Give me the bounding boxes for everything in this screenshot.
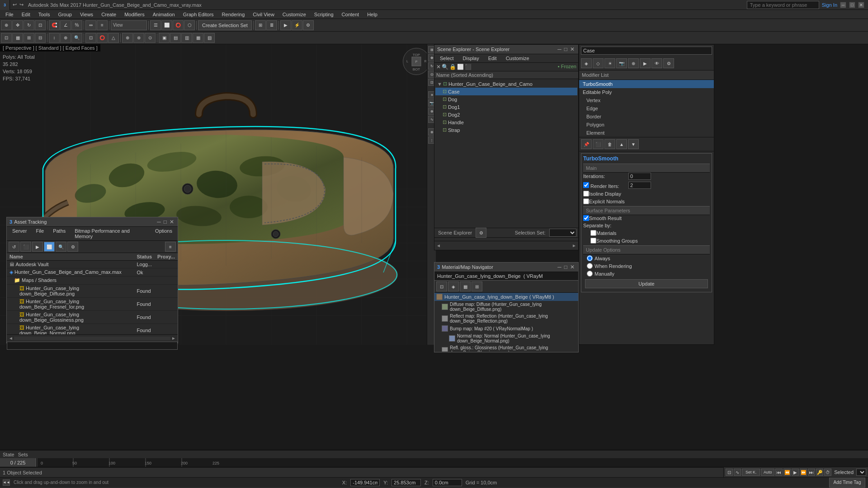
tb2-filter5[interactable]: ▧ xyxy=(204,33,215,43)
se-root-item[interactable]: ▼ ⊡ Hunter_Gun_Case_Beige_and_Camo xyxy=(435,80,577,88)
modifier-element[interactable]: Element xyxy=(579,129,714,137)
at-menu-paths[interactable]: Paths xyxy=(49,228,69,239)
se-selection-set-dropdown[interactable] xyxy=(549,229,576,237)
se-tb-btn4[interactable]: ⬜ xyxy=(457,64,464,70)
maximize-btn[interactable]: □ xyxy=(849,2,855,8)
mod-copy-btn[interactable]: ⬛ xyxy=(593,139,604,149)
play-btn[interactable]: ▶ xyxy=(792,469,799,476)
at-active-btn[interactable]: ⬜ xyxy=(44,242,55,252)
mp-btn4[interactable]: ⊞ xyxy=(472,282,482,291)
tb2-btn8[interactable]: ⊡ xyxy=(85,33,96,43)
modifier-edge[interactable]: Edge xyxy=(579,104,714,113)
tb2-filter3[interactable]: ▥ xyxy=(181,33,192,43)
tb2-btn6[interactable]: ⊕ xyxy=(60,33,71,43)
menu-file[interactable]: File xyxy=(2,10,17,19)
table-row[interactable]: 🖼 Hunter_Gun_case_lying down_Beige_Gloss… xyxy=(7,311,178,324)
z-coord-input[interactable] xyxy=(433,479,462,486)
scale-tool[interactable]: ⊡ xyxy=(35,20,46,30)
se-tb-btn5[interactable]: ⬛ xyxy=(465,64,472,70)
mod-create-helper-btn[interactable]: ⊕ xyxy=(628,58,639,68)
tb2-btn3[interactable]: ⊞ xyxy=(24,33,34,43)
at-close-btn[interactable]: ✕ xyxy=(169,219,175,225)
table-row[interactable]: 🖼 Hunter_Gun_case_lying down_Beige_Diffu… xyxy=(7,285,178,298)
material-item-gloss[interactable]: Refl. gloss.: Glossiness (Hunter_Gun_cas… xyxy=(434,344,578,352)
menu-animation[interactable]: Animation xyxy=(149,10,179,19)
se-tb-btn2[interactable]: 🔍 xyxy=(442,64,448,70)
ts-when-rendering-radio[interactable] xyxy=(587,263,593,269)
ribbon-toggle[interactable]: ≣ xyxy=(266,20,277,30)
mp-min-btn[interactable]: ─ xyxy=(557,264,562,270)
tb2-snap2[interactable]: ⊗ xyxy=(133,33,144,43)
tb2-snap1[interactable]: ⊕ xyxy=(122,33,133,43)
at-search-btn[interactable]: 🔍 xyxy=(56,242,66,252)
menu-views[interactable]: Views xyxy=(76,10,97,19)
at-horizontal-scrollbar[interactable] xyxy=(14,337,170,340)
render-settings[interactable]: ⚙ xyxy=(303,20,314,30)
timeline-track[interactable]: 0 50 100 150 200 225 xyxy=(37,458,868,467)
render-frame[interactable]: ▶ xyxy=(280,20,291,30)
set-keys-btn[interactable]: Set K. xyxy=(742,469,760,476)
sets-label[interactable]: Sets xyxy=(18,452,28,457)
x-coord-input[interactable] xyxy=(350,479,380,486)
se-pin-btn[interactable]: ─ xyxy=(557,46,562,52)
modifier-vertex[interactable]: Vertex xyxy=(579,96,714,104)
tb2-btn1[interactable]: ⊡ xyxy=(1,33,12,43)
selected-dropdown[interactable] xyxy=(856,469,866,476)
table-row[interactable]: 📁 Maps / Shaders xyxy=(7,277,178,285)
menu-modifiers[interactable]: Modifiers xyxy=(121,10,148,19)
mod-motion-btn[interactable]: ▶ xyxy=(640,58,651,68)
ts-manually-radio[interactable] xyxy=(587,271,593,277)
at-more-btn[interactable]: ≡ xyxy=(165,242,176,252)
align-btn[interactable]: ≡ xyxy=(97,20,108,30)
menu-scripting[interactable]: Scripting xyxy=(311,10,337,19)
material-item-diffuse[interactable]: Diffuse map: Diffuse (Hunter_Gun_case_ly… xyxy=(434,301,578,313)
go-start-btn[interactable]: ⏮ xyxy=(775,469,783,476)
modifier-polygon[interactable]: Polygon xyxy=(579,121,714,129)
material-item-bump[interactable]: Bump map: Map #20 ( VRayNormalMap ) xyxy=(434,324,578,333)
at-refresh-btn[interactable]: ↺ xyxy=(9,242,19,252)
menu-help[interactable]: Help xyxy=(363,10,381,19)
quick-render[interactable]: ⚡ xyxy=(292,20,302,30)
move-tool[interactable]: ✥ xyxy=(12,20,23,30)
modifier-border[interactable]: Border xyxy=(579,113,714,121)
modifier-turbosmooth[interactable]: TurboSmooth xyxy=(579,80,714,88)
tb2-btn7[interactable]: 🔍 xyxy=(71,33,82,43)
search-input[interactable] xyxy=(747,1,819,9)
ts-smooth-result-checkbox[interactable] xyxy=(583,215,589,221)
se-case-item[interactable]: ⊡ Case xyxy=(435,88,577,95)
ts-update-button[interactable]: Update xyxy=(585,279,708,288)
ts-smoothing-groups-checkbox[interactable] xyxy=(590,238,596,244)
at-menu-server[interactable]: Server xyxy=(9,228,30,239)
at-go-btn[interactable]: ▶ xyxy=(32,242,43,252)
undo-btn[interactable]: ↩ xyxy=(13,2,17,8)
material-item-main[interactable]: Hunter_Gun_case_lying_down_Beige ( VRayM… xyxy=(434,293,578,301)
y-coord-input[interactable] xyxy=(392,479,421,486)
go-end-btn[interactable]: ⏭ xyxy=(808,469,815,476)
mod-display-btn[interactable]: 👁 xyxy=(651,58,662,68)
at-menu-bitmap[interactable]: Bitmap Performance and Memory xyxy=(71,228,150,239)
tb2-btn10[interactable]: △ xyxy=(108,33,119,43)
se-nav-toolbar-btn[interactable]: ⚙ xyxy=(476,228,486,238)
mod-pin-btn[interactable]: 📌 xyxy=(581,139,592,149)
tb2-btn5[interactable]: ↕ xyxy=(49,33,60,43)
angle-snap[interactable]: ∠ xyxy=(60,20,71,30)
se-close-btn[interactable]: ✕ xyxy=(569,46,576,52)
se-tab-select[interactable]: Select xyxy=(436,55,458,61)
at-menu-file[interactable]: File xyxy=(32,228,47,239)
minimize-btn[interactable]: ─ xyxy=(840,2,846,8)
menu-group[interactable]: Group xyxy=(54,10,75,19)
mod-delete-btn[interactable]: 🗑 xyxy=(604,139,615,149)
mod-create-geometry-btn[interactable]: ◈ xyxy=(581,58,592,68)
menu-graph-editors[interactable]: Graph Editors xyxy=(179,10,217,19)
fence-select[interactable]: ⬡ xyxy=(184,20,195,30)
material-item-normal[interactable]: Normal map: Normal (Hunter_Gun_case_lyin… xyxy=(434,333,578,344)
next-frame-btn[interactable]: ⏩ xyxy=(800,469,807,476)
tb2-btn4[interactable]: ⊟ xyxy=(35,33,46,43)
ts-render-iters-checkbox[interactable] xyxy=(583,182,589,188)
mod-utility-btn[interactable]: ⚙ xyxy=(663,58,674,68)
mod-move-down-btn[interactable]: ▼ xyxy=(628,139,639,149)
se-handle-item[interactable]: ⊡ Handle xyxy=(435,118,577,126)
min-frame-btn[interactable]: ◄◄ xyxy=(3,479,10,486)
menu-tools[interactable]: Tools xyxy=(35,10,54,19)
circle-select[interactable]: ⭕ xyxy=(173,20,184,30)
